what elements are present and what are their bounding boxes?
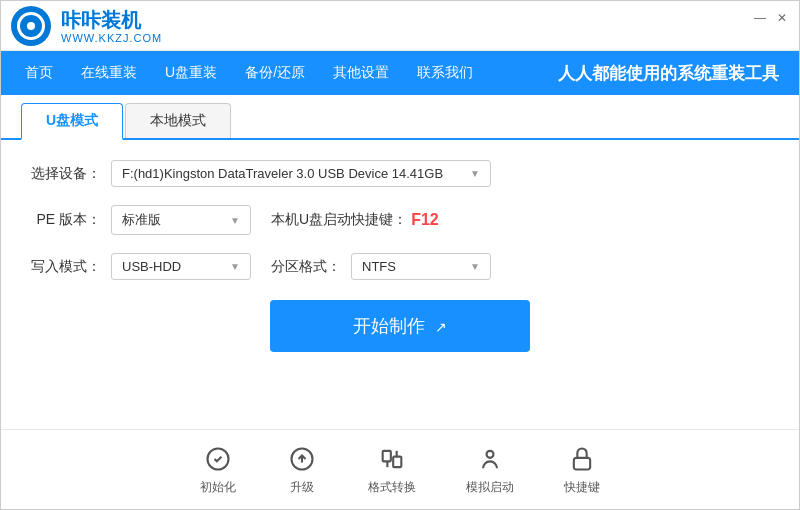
toolbar-shortcut-label: 快捷键 [564,479,600,496]
device-select[interactable]: F:(hd1)Kingston DataTraveler 3.0 USB Dev… [111,160,491,187]
device-value: F:(hd1)Kingston DataTraveler 3.0 USB Dev… [122,166,443,181]
nav-item-usb[interactable]: U盘重装 [151,51,231,95]
hotkey-value: F12 [411,211,439,229]
toolbar-upgrade[interactable]: 升级 [286,443,318,496]
toolbar-init[interactable]: 初始化 [200,443,236,496]
minimize-button[interactable]: — [753,11,767,25]
nav-item-home[interactable]: 首页 [11,51,67,95]
write-row: 写入模式： USB-HDD ▼ 分区格式： NTFS ▼ [31,253,769,280]
title-text: 咔咔装机 WWW.KKZJ.COM [61,8,162,44]
nav-item-settings[interactable]: 其他设置 [319,51,403,95]
pe-value: 标准版 [122,211,161,229]
start-btn-row: 开始制作 ↗ [31,300,769,352]
nav-item-backup[interactable]: 备份/还原 [231,51,319,95]
write-value: USB-HDD [122,259,181,274]
main-content: 选择设备： F:(hd1)Kingston DataTraveler 3.0 U… [1,140,799,429]
user-icon [474,443,506,475]
pe-label: PE 版本： [31,211,101,229]
format-icon [376,443,408,475]
check-circle-icon [202,443,234,475]
toolbar-simulate-label: 模拟启动 [466,479,514,496]
nav-slogan: 人人都能使用的系统重装工具 [558,62,789,85]
partition-select[interactable]: NTFS ▼ [351,253,491,280]
svg-rect-8 [574,458,590,470]
device-arrow-icon: ▼ [470,168,480,179]
pe-arrow-icon: ▼ [230,215,240,226]
start-button[interactable]: 开始制作 ↗ [270,300,530,352]
svg-rect-4 [393,457,401,468]
window-controls: — ✕ [753,11,789,25]
toolbar-convert-label: 格式转换 [368,479,416,496]
bottom-toolbar: 初始化 升级 格式转换 [1,429,799,509]
toolbar-upgrade-label: 升级 [290,479,314,496]
nav-item-online[interactable]: 在线重装 [67,51,151,95]
svg-rect-3 [383,451,391,462]
upload-icon [286,443,318,475]
toolbar-simulate[interactable]: 模拟启动 [466,443,514,496]
app-logo [11,6,51,46]
main-window: 咔咔装机 WWW.KKZJ.COM — ✕ 首页 在线重装 U盘重装 备份/还原… [0,0,800,510]
write-arrow-icon: ▼ [230,261,240,272]
tab-local[interactable]: 本地模式 [125,103,231,138]
partition-value: NTFS [362,259,396,274]
app-subtitle: WWW.KKZJ.COM [61,32,162,44]
partition-label: 分区格式： [271,258,341,276]
svg-point-7 [487,451,494,458]
device-row: 选择设备： F:(hd1)Kingston DataTraveler 3.0 U… [31,160,769,187]
nav-item-contact[interactable]: 联系我们 [403,51,487,95]
write-label: 写入模式： [31,258,101,276]
write-select[interactable]: USB-HDD ▼ [111,253,251,280]
start-button-label: 开始制作 [353,316,425,336]
hotkey-label: 本机U盘启动快捷键： [271,211,407,229]
device-label: 选择设备： [31,165,101,183]
toolbar-convert[interactable]: 格式转换 [368,443,416,496]
tab-usb[interactable]: U盘模式 [21,103,123,140]
tab-bar: U盘模式 本地模式 [1,95,799,140]
nav-bar: 首页 在线重装 U盘重装 备份/还原 其他设置 联系我们 人人都能使用的系统重装… [1,51,799,95]
partition-arrow-icon: ▼ [470,261,480,272]
lock-icon [566,443,598,475]
toolbar-init-label: 初始化 [200,479,236,496]
close-button[interactable]: ✕ [775,11,789,25]
cursor-icon: ↗ [435,319,447,335]
toolbar-shortcut[interactable]: 快捷键 [564,443,600,496]
pe-row: PE 版本： 标准版 ▼ 本机U盘启动快捷键： F12 [31,205,769,235]
app-title: 咔咔装机 [61,8,162,32]
title-bar: 咔咔装机 WWW.KKZJ.COM — ✕ [1,1,799,51]
pe-select[interactable]: 标准版 ▼ [111,205,251,235]
